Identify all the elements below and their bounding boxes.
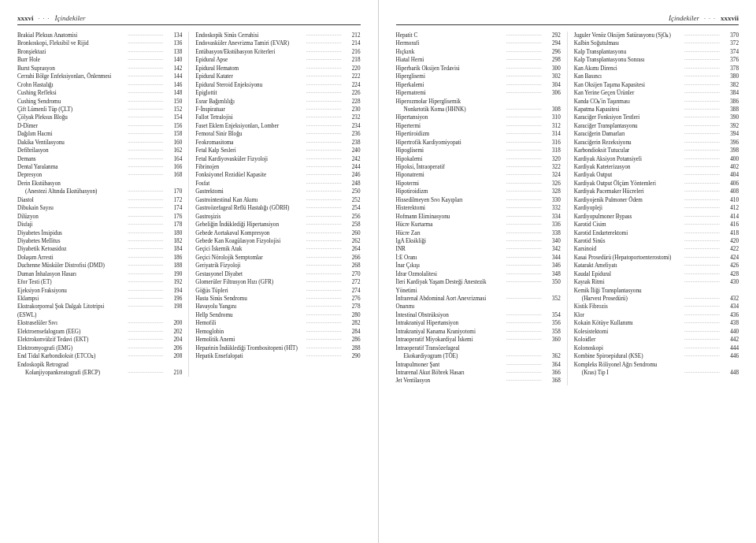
entry-dots: ······························ <box>306 238 342 245</box>
entry-name: İdrar Ozmolalitesi <box>396 270 505 278</box>
list-item: Bronşiektazi····························… <box>17 48 182 56</box>
entry-name: Karaciğerin Rezeksiyonu <box>574 139 683 147</box>
list-item: Karaciğer Fonksiyon Testleri············… <box>574 113 739 121</box>
entry-name: Hipernatremi <box>396 89 505 97</box>
list-item: Karotid Cisim···························… <box>574 221 739 229</box>
entry-name: Derin Ekstübasyon <box>17 180 182 188</box>
entry-page-number: 174 <box>165 204 182 212</box>
entry-dots: ······························ <box>128 99 163 106</box>
entry-dots: ······························ <box>684 279 720 286</box>
entry-dots: ······························ <box>306 246 342 253</box>
entry-dots: ······························ <box>506 180 542 188</box>
entry-page-number: 308 <box>543 106 561 113</box>
entry-dots: ······························ <box>684 337 720 344</box>
list-item: IgA Eksikliği···························… <box>396 237 561 245</box>
entry-dots: ······························ <box>128 40 163 47</box>
entry-dots: ······························ <box>128 65 163 73</box>
entry-name: Bronkoskopi, Fleksibil ve Rijid <box>17 39 126 47</box>
entry-page-number: 172 <box>165 196 182 204</box>
entry-name: Gebeliğin İndüklediği Hipertansiyon <box>195 221 304 229</box>
entry-name: Geçici Nörolojik Semptomlar <box>195 254 304 262</box>
entry-page-number: 162 <box>165 147 182 154</box>
list-item: Gastroşizis·····························… <box>195 213 360 221</box>
entry-name: Dental Yaralanma <box>17 163 126 171</box>
list-item: Kistik Fibrozis·························… <box>574 303 739 311</box>
entry-dots: ······························ <box>128 262 163 270</box>
entry-name: Endoskopik Retrograd <box>17 361 182 369</box>
list-item: Kayıak Ritmi····························… <box>574 278 739 286</box>
list-item: İntraoperatif Transözefageal <box>396 344 561 352</box>
entry-page-number: 204 <box>165 336 182 344</box>
entry-page-number: 186 <box>165 254 182 262</box>
entry-name: Kalp Transplantasyonu Sonrası <box>574 56 683 64</box>
list-item: INR······························342 <box>396 245 561 253</box>
entry-page-number: 434 <box>721 303 739 311</box>
entry-page-number: 240 <box>343 147 361 154</box>
list-item: Hiperozmolar Hiperglisemik <box>396 98 561 106</box>
list-item: Gestasyonel Diyabet·····················… <box>195 270 360 278</box>
right-column-2: Juguler Venöz Oksijen Satürasyonu (SjO₂)… <box>574 32 739 377</box>
left-page-header: xxxvi · · · İçindekiler <box>17 14 361 25</box>
entry-page-number: 370 <box>721 32 739 39</box>
list-item: İntestinal Obstrüksiyon·················… <box>396 311 561 319</box>
entry-page-number: 448 <box>721 369 739 377</box>
entry-page-number: 140 <box>165 56 182 64</box>
list-item: Kalp Transplantasyonu···················… <box>574 48 739 56</box>
list-item: Hipokalemi······························… <box>396 155 561 163</box>
entry-dots: ······························ <box>506 156 542 163</box>
entry-name: İleri Kardiyak Yaşam Desteği Anestezik Y… <box>396 278 505 295</box>
entry-name: F-İnspiratuar <box>195 106 304 113</box>
list-item: Hipoglisemi·····························… <box>396 147 561 154</box>
entry-name: Hofmann Eliminasyonu <box>396 213 505 221</box>
list-item: Fibrinojen······························… <box>195 163 360 171</box>
entry-page-number: 334 <box>543 213 561 221</box>
entry-page-number: 392 <box>721 122 739 130</box>
entry-page-number: 260 <box>343 229 361 237</box>
right-page: İçindekiler · · · xxxvii Hepatit C······… <box>379 0 757 543</box>
list-item: İntrakraniyal Kanama Kraniyotomi········… <box>396 328 561 336</box>
entry-page-number: 298 <box>543 56 561 64</box>
list-item: Diyabetes İnsipidus·····················… <box>17 229 182 237</box>
list-item: Histerektomi····························… <box>396 204 561 212</box>
entry-dots: ······························ <box>506 73 542 80</box>
entry-page-number: 446 <box>721 352 739 360</box>
entry-name: Kardiyak Aksiyon Potansiyeli <box>574 155 683 163</box>
entry-page-number: 276 <box>343 295 361 303</box>
entry-dots: ······························ <box>128 353 163 360</box>
entry-page-number: 430 <box>721 278 739 286</box>
entry-dots: ······························ <box>684 296 720 303</box>
list-item: Kasai Prosedürü (Hepatoportoenterostomi)… <box>574 254 739 262</box>
list-item: Duman İnhalasyon Hasarı·················… <box>17 270 182 278</box>
right-page-header: İçindekiler · · · xxxvii <box>396 14 739 25</box>
list-item: Dağılım Hacmi···························… <box>17 130 182 138</box>
entry-dots: ······························ <box>128 238 163 245</box>
entry-dots: ······························ <box>684 246 720 253</box>
entry-dots: ······························ <box>128 32 163 39</box>
entry-name: Kemik İliği Transplantasyonu <box>574 287 739 295</box>
entry-dots: ······························ <box>128 147 163 154</box>
list-item: Efor Testi (ET)·························… <box>17 278 182 286</box>
list-item: Elektromyografi (EMG)···················… <box>17 344 182 352</box>
entry-name: Demans <box>17 155 126 163</box>
entry-dots: ······························ <box>306 99 342 106</box>
list-item: Duchenne Müsküler Distrofisi (DMD)······… <box>17 262 182 270</box>
list-item: Hasta Sinüs Sendromu····················… <box>195 295 360 303</box>
entry-dots: ······························ <box>684 221 720 229</box>
entry-name: (Harvest Prosedürü) <box>574 295 683 303</box>
entry-dots: ······························ <box>306 303 342 311</box>
entry-page-number: 160 <box>165 139 182 147</box>
entry-page-number: 282 <box>343 319 361 327</box>
entry-dots: ······························ <box>128 337 163 344</box>
entry-page-number: 428 <box>721 270 739 278</box>
entry-dots: ······························ <box>506 172 542 179</box>
entry-page-number: 218 <box>343 56 361 64</box>
entry-page-number: 236 <box>343 130 361 138</box>
entry-name: Hipertiroidizm <box>396 130 505 138</box>
entry-dots: ······························ <box>128 345 163 352</box>
list-item: Dolaşım Arresti·························… <box>17 254 182 262</box>
entry-dots: ······························ <box>684 106 720 113</box>
entry-dots: ······························ <box>506 296 542 303</box>
entry-page-number: 256 <box>343 213 361 221</box>
entry-dots: ······························ <box>306 147 342 154</box>
entry-name: Ekstrakorporeal Şok Dalgalı Litotripsi (… <box>17 303 126 319</box>
